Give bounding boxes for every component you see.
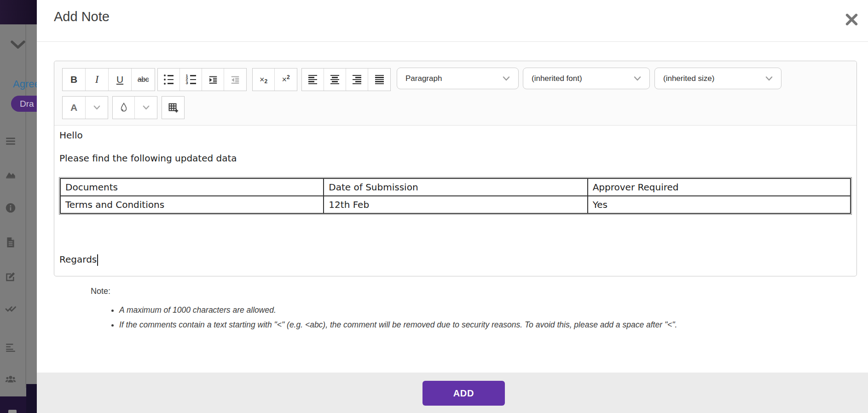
editor-table[interactable]: Documents Date of Submission Approver Re…: [60, 178, 851, 214]
subscript-button[interactable]: ×2: [253, 69, 275, 91]
edit-icon: [5, 270, 17, 282]
font-size-select[interactable]: (inherited size): [654, 68, 781, 89]
strikethrough-button[interactable]: abc: [132, 69, 155, 91]
text-color-chevron-icon[interactable]: [86, 97, 108, 119]
close-icon[interactable]: [844, 12, 859, 27]
app-bottom-bar-right: [26, 384, 37, 413]
app-top-bar: [0, 0, 37, 24]
note-bullet: A maximum of 1000 characters are allowed…: [119, 303, 855, 317]
insert-table-icon[interactable]: [162, 97, 184, 119]
superscript-button[interactable]: ×2: [275, 69, 297, 91]
table-row: Terms and Conditions 12th Feb Yes: [60, 196, 851, 213]
italic-button[interactable]: I: [86, 69, 109, 91]
add-note-modal: Add Note B I U abc 123: [37, 0, 868, 413]
info-icon: [5, 202, 17, 214]
align-justify-icon[interactable]: [368, 69, 390, 91]
double-check-icon: [5, 302, 17, 314]
chevron-down-icon: [503, 76, 510, 81]
outdent-icon[interactable]: [224, 69, 246, 91]
table-cell[interactable]: Terms and Conditions: [60, 196, 324, 213]
menu-icon: [5, 135, 17, 147]
droplet-icon[interactable]: [113, 97, 135, 119]
bg-color-group: [112, 96, 157, 119]
agreement-link: Agree: [13, 78, 37, 90]
paragraph-select[interactable]: Paragraph: [397, 68, 519, 89]
text-cursor: [97, 254, 98, 266]
font-family-select[interactable]: (inherited font): [523, 68, 650, 89]
bullet-list-icon[interactable]: [158, 69, 180, 91]
table-header-cell[interactable]: Approver Required: [588, 178, 851, 196]
editor-content-area[interactable]: Hello Please find the following updated …: [54, 126, 856, 277]
modal-footer: ADD: [37, 373, 868, 413]
note-label: Note:: [91, 287, 110, 296]
bg-color-chevron-icon[interactable]: [135, 97, 157, 119]
table-header-cell[interactable]: Date of Submission: [324, 178, 587, 196]
document-icon: [5, 236, 17, 248]
text-color-group: A: [62, 96, 108, 119]
table-cell[interactable]: 12th Feb: [324, 196, 587, 213]
bold-button[interactable]: B: [63, 69, 86, 91]
insert-table-group: [162, 96, 185, 119]
add-button[interactable]: ADD: [422, 381, 505, 406]
script-group: ×2 ×2: [252, 68, 297, 91]
screen: Agree Dra Add Note: [0, 0, 868, 413]
chevron-down-icon: [634, 76, 641, 81]
note-list: A maximum of 1000 characters are allowed…: [91, 303, 855, 332]
bottom-tab: [8, 410, 17, 413]
table-header-row: Documents Date of Submission Approver Re…: [60, 178, 851, 196]
editor-paragraph: Regards: [59, 254, 98, 266]
underline-button[interactable]: U: [109, 69, 132, 91]
background-app-strip: Agree Dra: [0, 0, 37, 413]
table-cell[interactable]: Yes: [588, 196, 851, 213]
chevron-down-icon: [765, 76, 773, 81]
align-group: [301, 68, 391, 91]
header-divider: [37, 41, 868, 42]
indent-icon[interactable]: [202, 69, 224, 91]
format-group: B I U abc: [62, 68, 155, 91]
numbered-list-icon[interactable]: 123: [180, 69, 202, 91]
align-right-icon[interactable]: [346, 69, 368, 91]
text-color-button[interactable]: A: [63, 97, 86, 119]
note-bullet: If the comments contain a text starting …: [119, 317, 855, 332]
collapse-chevron-icon: [10, 40, 26, 50]
rich-text-editor: B I U abc 123: [54, 61, 857, 276]
editor-paragraph: Hello: [59, 130, 83, 141]
align-left-icon: [5, 341, 17, 353]
list-group: 123: [157, 68, 247, 91]
people-icon: [5, 373, 17, 385]
chart-icon: [5, 168, 17, 180]
align-center-icon[interactable]: [324, 69, 346, 91]
status-badge: Dra: [11, 96, 37, 112]
align-left-icon[interactable]: [302, 69, 324, 91]
table-header-cell[interactable]: Documents: [60, 178, 324, 196]
modal-title: Add Note: [54, 9, 110, 24]
editor-paragraph: Please find the following updated data: [59, 153, 237, 164]
